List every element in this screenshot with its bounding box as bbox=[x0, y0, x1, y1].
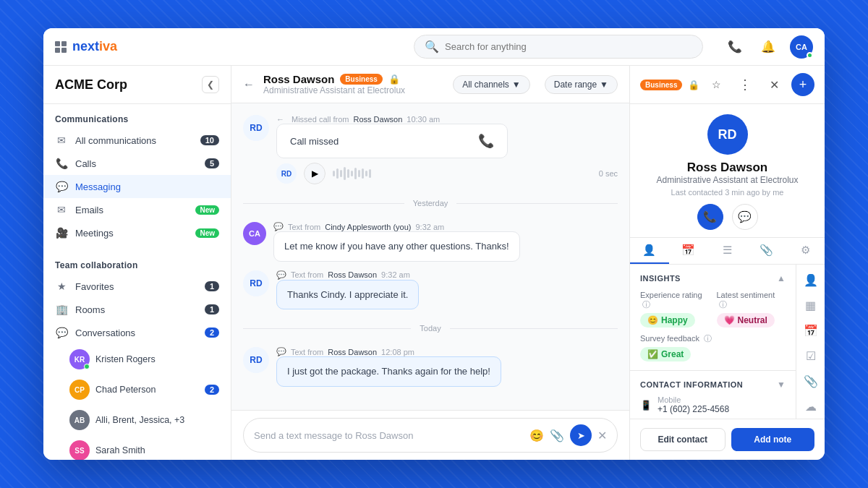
conv-item-sarah[interactable]: SS Sarah Smith bbox=[43, 435, 231, 460]
person-side-icon[interactable]: 👤 bbox=[804, 273, 818, 287]
tab-person[interactable]: 👤 bbox=[630, 238, 669, 264]
experience-value: 😊 Happy bbox=[640, 313, 695, 328]
conv-item-alli[interactable]: AB Alli, Brent, Jessica, +3 bbox=[43, 405, 231, 435]
survey-help-icon: ⓘ bbox=[704, 334, 712, 343]
sidebar-item-messaging[interactable]: 💬 Messaging bbox=[43, 175, 231, 198]
team-header: Team collaboration bbox=[43, 250, 231, 275]
insights-header[interactable]: INSIGHTS ▲ bbox=[640, 273, 786, 283]
grid-side-icon[interactable]: ▦ bbox=[805, 299, 816, 312]
survey-value: ✅ Great bbox=[640, 347, 691, 361]
tab-calendar[interactable]: 📅 bbox=[669, 238, 708, 264]
clear-button[interactable]: ✕ bbox=[597, 429, 607, 442]
text-from-label: Text from bbox=[288, 223, 320, 231]
cloud-side-icon[interactable]: ☁ bbox=[805, 400, 817, 414]
right-side-icons: 👤 ▦ 📅 ☑ 📎 ☁ bbox=[796, 265, 825, 419]
sidebar-item-all-communications[interactable]: ✉ All communications 10 bbox=[43, 129, 231, 152]
sidebar-item-rooms[interactable]: 🏢 Rooms 1 bbox=[43, 298, 231, 321]
msg-icon: 💬 bbox=[276, 270, 286, 280]
emoji-icon[interactable]: 😊 bbox=[529, 429, 544, 442]
conv-name: Kristen Rogers bbox=[95, 354, 219, 364]
sidebar-item-meetings[interactable]: 🎥 Meetings New bbox=[43, 221, 231, 244]
panel-body: INSIGHTS ▲ Experience rating ⓘ 😊 bbox=[630, 265, 825, 419]
attach-side-icon[interactable]: 📎 bbox=[804, 374, 818, 388]
sidebar: ACME Corp ❮ Communications ✉ All communi… bbox=[43, 66, 231, 460]
close-panel-icon[interactable]: ✕ bbox=[762, 73, 786, 96]
msg-icon: 💬 bbox=[276, 347, 286, 356]
avatar-chad: CP bbox=[69, 380, 90, 400]
sidebar-item-label: Conversations bbox=[75, 328, 197, 338]
experience-label: Experience rating ⓘ bbox=[640, 291, 710, 310]
day-divider-yesterday: Yesterday bbox=[243, 193, 618, 213]
msg-meta: ← Missed call from Ross Dawson 10:30 am bbox=[276, 115, 618, 124]
channel-select[interactable]: All channels ▼ bbox=[453, 75, 530, 94]
star-icon-right[interactable]: ☆ bbox=[705, 73, 728, 96]
sidebar-item-calls[interactable]: 📞 Calls 5 bbox=[43, 152, 231, 175]
chat-username: Ross Dawson Business 🔒 bbox=[263, 73, 444, 85]
rd-avatar-small: RD bbox=[276, 163, 297, 184]
phone-icon[interactable]: 📞 bbox=[723, 35, 746, 59]
sidebar-item-conversations[interactable]: 💬 Conversations 2 bbox=[43, 321, 231, 344]
logo-area: nextiva bbox=[55, 39, 117, 54]
text-from-label: Text from bbox=[291, 348, 323, 356]
contact-info-header[interactable]: CONTACT INFORMATION ▼ bbox=[640, 380, 786, 390]
conv-name: Sarah Smith bbox=[95, 445, 219, 455]
tab-attachment[interactable]: 📎 bbox=[746, 238, 786, 264]
play-button[interactable]: ▶ bbox=[304, 163, 326, 184]
sidebar-item-favorites[interactable]: ★ Favorites 1 bbox=[43, 275, 231, 298]
email-icon: ✉ bbox=[55, 203, 68, 216]
chat-header: ← Ross Dawson Business 🔒 Administrative … bbox=[231, 66, 629, 103]
sidebar-item-emails[interactable]: ✉ Emails New bbox=[43, 198, 231, 221]
add-icon[interactable]: + bbox=[791, 73, 814, 96]
audio-wave bbox=[333, 165, 592, 182]
tasks-side-icon[interactable]: ☑ bbox=[806, 349, 816, 363]
more-options-icon[interactable]: ⋮ bbox=[733, 73, 757, 96]
search-icon: 🔍 bbox=[425, 40, 439, 53]
date-range-select[interactable]: Date range ▼ bbox=[545, 75, 618, 94]
conv-item-kristen[interactable]: KR Kristen Rogers bbox=[43, 344, 231, 374]
badge-conversations: 2 bbox=[205, 328, 219, 338]
calendar-side-icon[interactable]: 📅 bbox=[804, 324, 818, 338]
conv-item-chad[interactable]: CP Chad Peterson 2 bbox=[43, 374, 231, 405]
conversations-icon: 💬 bbox=[55, 326, 68, 339]
bell-icon[interactable]: 🔔 bbox=[757, 35, 780, 59]
badge-calls: 5 bbox=[205, 158, 219, 168]
from-name: Ross Dawson bbox=[353, 115, 402, 124]
callback-icon[interactable]: 📞 bbox=[478, 133, 494, 149]
day-divider-today: Today bbox=[243, 318, 618, 338]
chat-action-button[interactable]: 💬 bbox=[732, 204, 758, 230]
call-action-button[interactable]: 📞 bbox=[697, 204, 723, 230]
lock-icon: 🔒 bbox=[388, 74, 400, 85]
tab-settings[interactable]: ⚙ bbox=[786, 238, 825, 264]
badge-rooms: 1 bbox=[205, 304, 219, 314]
tab-list[interactable]: ☰ bbox=[708, 238, 747, 264]
panel-main: INSIGHTS ▲ Experience rating ⓘ 😊 bbox=[630, 265, 796, 419]
sidebar-item-label: Favorites bbox=[75, 281, 197, 292]
topbar-actions: 📞 🔔 CA bbox=[723, 35, 813, 59]
missed-call-content: ← Missed call from Ross Dawson 10:30 am … bbox=[276, 115, 618, 184]
msg-ross-today-content: 💬 Text from Ross Dawson 12:08 pm I just … bbox=[276, 347, 501, 387]
mobile-icon: 📱 bbox=[640, 400, 652, 411]
incoming-icon: ← bbox=[276, 115, 284, 124]
attachment-icon[interactable]: 📎 bbox=[550, 429, 564, 442]
send-button[interactable]: ➤ bbox=[570, 424, 592, 446]
msg-ross-content: 💬 Text from Ross Dawson 9:32 am Thanks C… bbox=[276, 270, 419, 310]
sentiment-value: 💗 Neutral bbox=[717, 313, 775, 328]
bottom-actions: Edit contact Add note bbox=[630, 419, 825, 460]
grid-icon[interactable] bbox=[55, 41, 67, 53]
edit-contact-button[interactable]: Edit contact bbox=[640, 428, 726, 451]
building-icon: 🏢 bbox=[55, 303, 68, 316]
add-note-button[interactable]: Add note bbox=[731, 428, 815, 451]
right-header-actions: ☆ ⋮ ✕ + bbox=[705, 73, 814, 96]
mobile-row: 📱 Mobile +1 (602) 225-4568 bbox=[640, 395, 786, 414]
badge-favorites: 1 bbox=[205, 281, 219, 291]
user-avatar[interactable]: CA bbox=[790, 35, 813, 59]
chat-subtitle: Administrative Assistant at Electrolux bbox=[263, 85, 444, 95]
collapse-button[interactable]: ❮ bbox=[202, 76, 219, 93]
avatar-alli: AB bbox=[69, 410, 90, 430]
sidebar-item-label: All communications bbox=[75, 135, 193, 146]
back-button[interactable]: ← bbox=[243, 78, 255, 91]
topbar: nextiva 🔍 📞 🔔 CA bbox=[43, 28, 825, 66]
search-input[interactable] bbox=[445, 41, 692, 52]
msg-meta-ross: 💬 Text from Ross Dawson 9:32 am bbox=[276, 270, 419, 280]
chat-text-input[interactable] bbox=[254, 430, 524, 441]
